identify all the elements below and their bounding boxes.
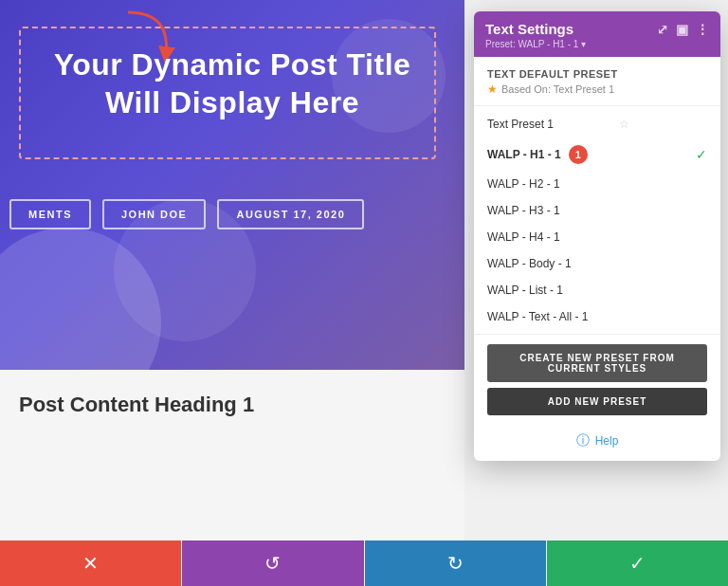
panel-title-row: Text Settings ⤢ ▣ ⋮ [485, 21, 709, 37]
save-icon: ✓ [629, 552, 646, 575]
more-icon[interactable]: ⋮ [696, 22, 709, 37]
panel-header: Text Settings ⤢ ▣ ⋮ Preset: WALP - H1 - … [474, 11, 720, 57]
meta-row: MENTS JOHN DOE AUGUST 17, 2020 [0, 199, 383, 229]
save-button[interactable]: ✓ [547, 540, 728, 586]
preset-name-7: WALP - Text - All - 1 [487, 310, 588, 323]
meta-btn-comments[interactable]: MENTS [9, 199, 91, 229]
preset-check-1: ✓ [696, 147, 707, 162]
panel-body: Text Default Preset ★ Based On: Text Pre… [474, 57, 720, 461]
redo-button[interactable]: ↻ [365, 540, 546, 586]
based-on-row: ★ Based On: Text Preset 1 [487, 82, 707, 96]
preset-item-walp-h4[interactable]: WALP - H4 - 1 [474, 224, 720, 250]
preset-name-0: Text Preset 1 [487, 118, 554, 131]
preset-name-4: WALP - H4 - 1 [487, 230, 560, 244]
expand-icon[interactable]: ⤢ [657, 22, 668, 37]
action-buttons: CREATE NEW PRESET FROM CURRENT STYLES AD… [474, 334, 720, 423]
help-icon: ⓘ [576, 432, 590, 449]
preset-item-walp-text-all[interactable]: WALP - Text - All - 1 [474, 303, 720, 330]
settings-panel: Text Settings ⤢ ▣ ⋮ Preset: WALP - H1 - … [474, 11, 720, 461]
help-text[interactable]: Help [595, 434, 619, 448]
meta-btn-date[interactable]: AUGUST 17, 2020 [217, 199, 364, 229]
add-preset-button[interactable]: ADD NEW PRESET [487, 388, 707, 415]
preset-star-0[interactable]: ☆ [619, 118, 629, 131]
hero-section: Your Dynamic Post Title Will Display Her… [0, 0, 464, 370]
redo-icon: ↻ [447, 552, 464, 575]
preset-item-walp-h3[interactable]: WALP - H3 - 1 [474, 197, 720, 224]
preset-item-walp-h2[interactable]: WALP - H2 - 1 [474, 171, 720, 197]
panel-subtitle[interactable]: Preset: WALP - H1 - 1 ▾ [485, 39, 709, 49]
preset-name-2: WALP - H2 - 1 [487, 177, 560, 191]
meta-btn-author[interactable]: JOHN DOE [102, 199, 206, 229]
panel-title-text: Text Settings [485, 21, 573, 37]
help-row: ⓘ Help [474, 423, 720, 461]
window-icon[interactable]: ▣ [676, 22, 688, 37]
hero-title: Your Dynamic Post Title Will Display Her… [28, 46, 436, 121]
preset-name-3: WALP - H3 - 1 [487, 204, 560, 217]
create-preset-button[interactable]: CREATE NEW PRESET FROM CURRENT STYLES [487, 344, 707, 382]
preset-name-6: WALP - List - 1 [487, 284, 563, 297]
preset-item-walp-body[interactable]: WALP - Body - 1 [474, 250, 720, 277]
preset-list: Text Preset 1 ☆ ⋮ WALP - H1 - 1 1 ✓ WALP… [474, 106, 720, 334]
post-content-heading: Post Content Heading 1 [19, 393, 446, 417]
preset-name-5: WALP - Body - 1 [487, 257, 572, 270]
preset-item-text-preset-1[interactable]: Text Preset 1 ☆ ⋮ [474, 110, 720, 138]
default-preset-label: Text Default Preset [487, 68, 707, 80]
preset-item-walp-h1[interactable]: WALP - H1 - 1 1 ✓ [474, 138, 720, 171]
based-on-text: Based On: Text Preset 1 [501, 83, 614, 95]
walp-h1-badge: 1 [569, 145, 588, 164]
undo-button[interactable]: ↺ [182, 540, 363, 586]
preset-item-walp-list[interactable]: WALP - List - 1 [474, 277, 720, 303]
page-bottom-bar: ✕ ↺ ↻ ✓ [0, 540, 728, 586]
cancel-icon: ✕ [82, 552, 99, 575]
preset-options-0[interactable]: ⋮ [694, 117, 707, 132]
default-preset-section: Text Default Preset ★ Based On: Text Pre… [474, 57, 720, 106]
preset-name-1: WALP - H1 - 1 [487, 148, 561, 161]
default-preset-star: ★ [487, 82, 498, 96]
cancel-button[interactable]: ✕ [0, 540, 181, 586]
panel-icons: ⤢ ▣ ⋮ [657, 22, 709, 37]
undo-icon: ↺ [264, 552, 281, 575]
